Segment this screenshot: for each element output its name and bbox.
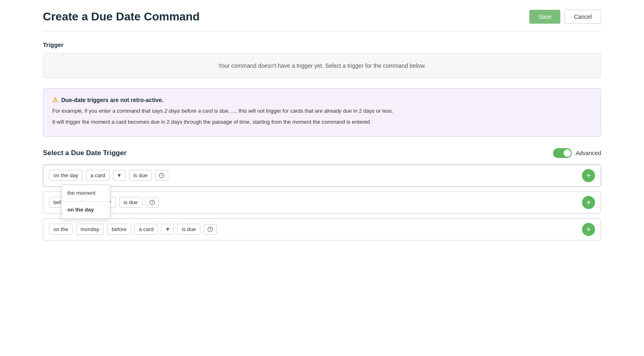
- warning-line1-italic: 2 days before a card is due, ...: [164, 108, 236, 114]
- clock-icon-1: [159, 173, 164, 178]
- advanced-toggle-area: Advanced: [553, 148, 601, 158]
- warning-icon: ⚠: [52, 96, 58, 104]
- dropdown-item-on-the-day[interactable]: on the day: [62, 202, 110, 218]
- warning-line1-after: , this will not trigger for cards that a…: [235, 108, 393, 114]
- token-monday-3[interactable]: monday: [76, 224, 104, 235]
- token-clock-3[interactable]: [204, 224, 217, 235]
- select-trigger-header: Select a Due Date Trigger Advanced: [43, 148, 601, 158]
- token-filter-1[interactable]: ▼: [113, 170, 126, 181]
- clock-icon-2: [149, 200, 155, 205]
- token-is-due-1[interactable]: is due: [129, 170, 152, 181]
- filter-icon-3: ▼: [165, 226, 170, 232]
- advanced-label: Advanced: [576, 150, 601, 156]
- trigger-row-3: on the monday before a card ▼ is due +: [43, 218, 601, 240]
- token-is-due-3[interactable]: is due: [177, 224, 200, 235]
- trigger-empty-box: Your command doesn't have a trigger yet.…: [43, 53, 601, 78]
- trigger-row-2: before a card ▼ is due +: [43, 191, 601, 214]
- select-trigger-title: Select a Due Date Trigger: [43, 149, 127, 157]
- warning-box: ⚠ Due-date triggers are not retro-active…: [43, 88, 601, 137]
- warning-line1-before: For example, if you enter a command that…: [52, 108, 164, 114]
- dropdown-item-the-moment[interactable]: the moment: [62, 185, 110, 202]
- token-before-3[interactable]: before: [107, 224, 131, 235]
- token-a-card-1[interactable]: a card: [86, 170, 110, 181]
- trigger-empty-text: Your command doesn't have a trigger yet.…: [218, 62, 426, 69]
- token-a-card-3[interactable]: a card: [134, 224, 158, 235]
- save-button[interactable]: Save: [529, 10, 560, 24]
- page-wrapper: Create a Due Date Command Save Cancel Tr…: [28, 0, 616, 250]
- warning-title-text: Due-date triggers are not retro-active.: [61, 97, 164, 103]
- filter-icon-1: ▼: [117, 172, 122, 178]
- token-filter-3[interactable]: ▼: [161, 224, 174, 235]
- trigger-section-label: Trigger: [43, 41, 601, 48]
- trigger-rows: on the day a card ▼ is due + the moment …: [43, 165, 601, 240]
- select-trigger-section: Select a Due Date Trigger Advanced on th…: [43, 148, 601, 240]
- token-is-due-2[interactable]: is due: [119, 197, 142, 208]
- header: Create a Due Date Command Save Cancel: [43, 10, 601, 31]
- cancel-button[interactable]: Cancel: [564, 10, 601, 24]
- trigger-row-1: on the day a card ▼ is due + the moment …: [43, 165, 601, 187]
- warning-line1: For example, if you enter a command that…: [52, 107, 592, 116]
- add-button-3[interactable]: +: [582, 223, 595, 236]
- warning-line2: It will trigger the moment a card become…: [52, 118, 592, 127]
- add-button-2[interactable]: +: [582, 196, 595, 209]
- token-on-the-day-1[interactable]: on the day: [49, 170, 83, 181]
- token-on-the-3[interactable]: on the: [49, 224, 73, 235]
- token-clock-1[interactable]: [155, 170, 168, 181]
- header-actions: Save Cancel: [529, 10, 601, 24]
- toggle-thumb: [564, 149, 571, 157]
- toggle-track: [553, 148, 572, 158]
- advanced-toggle[interactable]: [553, 148, 572, 158]
- page-title: Create a Due Date Command: [43, 10, 200, 23]
- add-button-1[interactable]: +: [582, 169, 595, 182]
- warning-title: ⚠ Due-date triggers are not retro-active…: [52, 96, 592, 104]
- token-clock-2[interactable]: [146, 197, 159, 208]
- clock-icon-3: [207, 227, 213, 232]
- dropdown-menu-1: the moment on the day: [61, 185, 110, 219]
